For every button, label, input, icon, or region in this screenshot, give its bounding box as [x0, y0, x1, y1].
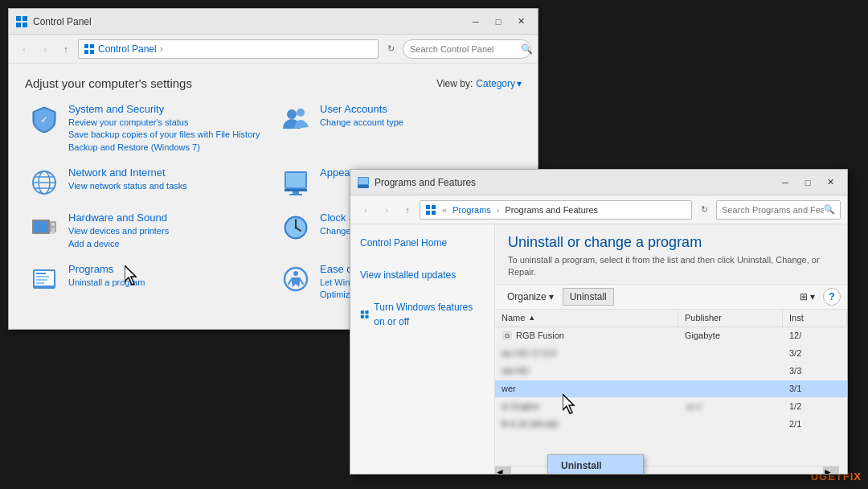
pf-forward-button[interactable]: ›	[378, 201, 395, 219]
svg-rect-3	[23, 23, 27, 27]
cp-refresh-button[interactable]: ↻	[382, 40, 399, 58]
pf-col-publisher[interactable]: Publisher	[678, 310, 783, 327]
context-menu: Uninstall	[547, 454, 644, 474]
table-row[interactable]: ies GG 17.0.0 3/2	[495, 345, 847, 363]
user-accounts-title[interactable]: User Accounts	[320, 103, 518, 115]
cp-header-title: Adjust your computer's settings	[25, 76, 192, 90]
user-accounts-link-0[interactable]: Change account type	[320, 117, 518, 129]
cp-window-controls: ─ □ ✕	[465, 13, 531, 31]
category-hardware-sound[interactable]: Hardware and Sound View devices and prin…	[22, 205, 273, 257]
pf-cell-publisher	[678, 345, 783, 362]
pf-uninstall-button[interactable]: Uninstall	[563, 288, 614, 306]
svg-rect-19	[293, 191, 299, 194]
svg-rect-35	[36, 279, 47, 281]
pf-cell-publisher	[678, 380, 783, 397]
pf-refresh-button[interactable]: ↻	[695, 201, 713, 219]
network-icon	[28, 166, 60, 199]
pf-view-button[interactable]: ⊞ ▾	[795, 289, 820, 305]
pf-search-box[interactable]: 🔍	[716, 200, 841, 220]
category-programs[interactable]: Programs Uninstall a program	[22, 257, 273, 308]
pf-sidebar-home[interactable]: Control Panel Home	[360, 232, 485, 253]
pf-maximize-button[interactable]: □	[797, 174, 818, 191]
pf-sidebar-installed-updates[interactable]: View installed updates	[360, 265, 485, 286]
svg-point-24	[51, 223, 55, 226]
context-menu-uninstall[interactable]: Uninstall	[548, 455, 643, 474]
pf-back-button[interactable]: ‹	[357, 201, 375, 219]
addr-sep1: «	[442, 205, 447, 215]
table-row[interactable]: R 6.10 (64-bit) 2/1	[495, 416, 847, 434]
system-security-link-0[interactable]: Review your computer's status	[68, 117, 267, 129]
table-row[interactable]: er Engine .a.r.l 1/2	[495, 398, 847, 416]
hardware-link-1[interactable]: Add a device	[68, 238, 267, 250]
svg-rect-7	[90, 50, 94, 54]
pf-organize-button[interactable]: Organize ▾	[502, 288, 559, 306]
cp-close-button[interactable]: ✕	[510, 13, 531, 31]
network-title[interactable]: Network and Internet	[68, 166, 267, 179]
pf-table-body: G RGB Fusion Gigabyte 12/ ies GG 17.0.0	[495, 327, 847, 474]
table-row[interactable]: wer 3/1	[495, 380, 847, 398]
windows-icon	[360, 309, 369, 320]
pf-cell-publisher	[678, 363, 783, 380]
pf-address-bar[interactable]: « Programs › Programs and Features	[420, 200, 692, 220]
ease-icon	[280, 263, 312, 295]
table-row[interactable]: old HD 3/3	[495, 363, 847, 380]
programs-title[interactable]: Programs	[68, 263, 267, 275]
pf-toolbar: ‹ › ↑ « Programs › Programs and Features…	[350, 195, 847, 224]
svg-point-10	[297, 109, 305, 117]
cp-minimize-button[interactable]: ─	[465, 13, 486, 31]
pf-cell-date: 3/2	[783, 345, 847, 362]
scrollbar-left-button[interactable]: ◄	[495, 466, 511, 474]
svg-rect-22	[34, 221, 48, 232]
svg-rect-49	[365, 310, 368, 314]
pf-sidebar-windows-features[interactable]: Turn Windows features on or off	[360, 297, 485, 332]
view-chevron-icon: ▾	[810, 291, 815, 302]
pf-cell-date: 3/1	[783, 380, 847, 397]
cp-breadcrumb-controlpanel[interactable]: Control Panel	[98, 43, 157, 55]
hardware-link-0[interactable]: View devices and printers	[68, 225, 267, 237]
programs-link-0[interactable]: Uninstall a program	[68, 277, 267, 289]
pf-window-icon	[357, 176, 370, 189]
pf-search-input[interactable]	[722, 205, 824, 215]
system-security-title[interactable]: System and Security	[68, 103, 267, 115]
cp-search-input[interactable]	[410, 44, 521, 54]
pf-window-controls: ─ □ ✕	[775, 174, 841, 191]
pf-main-desc: To uninstall a program, select it from t…	[508, 254, 834, 279]
table-row[interactable]: G RGB Fusion Gigabyte 12/	[495, 327, 847, 345]
hardware-title[interactable]: Hardware and Sound	[68, 212, 267, 224]
cp-search-box[interactable]: 🔍	[403, 39, 531, 59]
pf-col-date[interactable]: Inst	[783, 310, 847, 327]
cp-forward-button[interactable]: ›	[36, 40, 54, 58]
pf-cell-name: er Engine	[495, 398, 678, 415]
svg-rect-2	[16, 23, 21, 27]
cp-maximize-button[interactable]: □	[488, 13, 509, 31]
pf-minimize-button[interactable]: ─	[775, 174, 796, 191]
svg-rect-45	[432, 205, 436, 209]
scrollbar-right-button[interactable]: ►	[823, 466, 839, 474]
svg-rect-20	[289, 194, 302, 195]
category-user-accounts[interactable]: User Accounts Change account type	[273, 97, 525, 160]
addr-sep2: ›	[497, 205, 500, 215]
cp-up-button[interactable]: ↑	[57, 40, 75, 58]
category-network-internet[interactable]: Network and Internet View network status…	[22, 160, 273, 205]
svg-rect-17	[286, 173, 305, 187]
pf-close-button[interactable]: ✕	[820, 174, 841, 191]
svg-point-30	[295, 227, 297, 229]
pf-cell-name: G RGB Fusion	[495, 327, 678, 344]
pf-programs-table: Name ▲ Publisher Inst G RG	[495, 310, 847, 474]
cp-back-button[interactable]: ‹	[15, 40, 33, 58]
pf-breadcrumb-programs[interactable]: Programs	[452, 205, 491, 215]
network-link-0[interactable]: View network status and tasks	[68, 180, 267, 192]
svg-rect-18	[285, 189, 307, 191]
svg-rect-0	[16, 16, 21, 21]
view-by-option[interactable]: Category ▾	[476, 78, 522, 89]
svg-rect-51	[365, 315, 368, 318]
svg-text:G: G	[505, 332, 510, 339]
system-security-content: System and Security Review your computer…	[68, 103, 267, 154]
pf-help-button[interactable]: ?	[823, 288, 841, 306]
category-system-security[interactable]: ✓ System and Security Review your comput…	[22, 97, 273, 160]
cp-address-bar[interactable]: Control Panel ›	[78, 39, 379, 59]
pf-col-name[interactable]: Name ▲	[495, 310, 678, 327]
system-security-link-1[interactable]: Save backup copies of your files with Fi…	[68, 129, 267, 141]
system-security-link-2[interactable]: Backup and Restore (Windows 7)	[68, 142, 267, 154]
pf-up-button[interactable]: ↑	[399, 201, 416, 219]
